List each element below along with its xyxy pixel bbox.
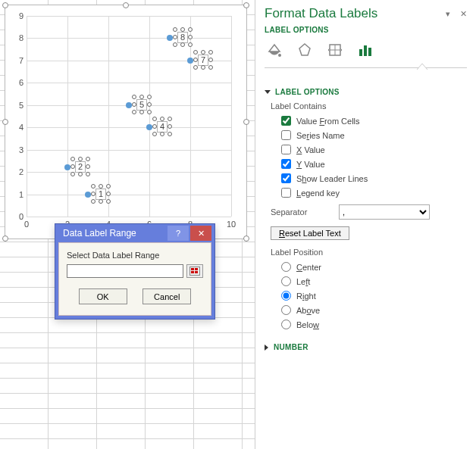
label-contains-heading: Label Contains <box>271 101 467 111</box>
active-tab-indicator-icon <box>417 64 427 70</box>
pane-menu-button[interactable]: ▾ <box>443 8 453 19</box>
y-tick-label: 0 <box>10 212 23 221</box>
resize-handle[interactable] <box>2 119 8 125</box>
dialog-prompt: Select Data Label Range <box>67 251 203 260</box>
separator-select[interactable]: , <box>339 204 430 220</box>
radio-center[interactable]: Center <box>271 260 467 274</box>
scatter-point[interactable] <box>187 58 193 64</box>
dialog-titlebar[interactable]: Data Label Range ? ✕ <box>55 224 215 242</box>
y-tick-label: 4 <box>10 123 23 132</box>
radio-below[interactable]: Below <box>271 317 467 332</box>
svg-rect-2 <box>195 268 198 270</box>
scatter-point[interactable] <box>167 35 173 41</box>
check-value-from-cells[interactable]: Value From Cells <box>271 114 467 128</box>
radio-right[interactable]: Right <box>271 288 467 303</box>
check-legend-key[interactable]: Legend key <box>271 186 467 200</box>
format-data-labels-pane: Format Data Labels ▾ ✕ LABEL OPTIONS LAB… <box>255 0 476 449</box>
svg-marker-6 <box>299 44 310 55</box>
range-selector-button[interactable] <box>186 264 203 278</box>
resize-handle[interactable] <box>243 2 249 8</box>
section-heading: NUMBER <box>274 343 308 351</box>
check-leader-lines[interactable]: Show Leader Lines <box>271 171 467 186</box>
svg-rect-4 <box>195 271 198 273</box>
check-y-value[interactable]: Y Value <box>271 157 467 171</box>
separator-label: Separator <box>271 207 339 217</box>
scatter-point[interactable] <box>126 102 132 108</box>
y-tick-label: 3 <box>10 145 23 154</box>
pane-title: Format Data Labels <box>265 6 438 21</box>
y-tick-label: 1 <box>10 190 23 199</box>
ok-button[interactable]: OK <box>79 288 127 304</box>
radio-left[interactable]: Left <box>271 274 467 288</box>
svg-point-5 <box>278 54 281 57</box>
cancel-button[interactable]: Cancel <box>142 288 191 304</box>
section-label-options[interactable]: LABEL OPTIONS <box>265 86 467 98</box>
collapse-dialog-icon <box>189 267 200 276</box>
svg-rect-10 <box>359 49 362 56</box>
resize-handle[interactable] <box>243 119 249 125</box>
svg-rect-1 <box>191 268 194 270</box>
reset-label-text-button[interactable]: Reset Label Text <box>271 226 349 240</box>
pane-close-button[interactable]: ✕ <box>458 8 468 19</box>
svg-rect-11 <box>364 45 367 56</box>
resize-handle[interactable] <box>2 235 8 242</box>
check-x-value[interactable]: X Value <box>271 142 467 157</box>
svg-rect-3 <box>191 271 194 273</box>
section-heading: LABEL OPTIONS <box>275 88 340 96</box>
y-tick-label: 6 <box>10 78 23 87</box>
fill-line-icon[interactable] <box>265 40 284 60</box>
y-tick-label: 9 <box>10 11 23 20</box>
plot-area[interactable]: 01234567890246810215487 <box>27 16 231 217</box>
section-number[interactable]: NUMBER <box>265 341 467 354</box>
label-options-icon[interactable] <box>355 40 375 60</box>
dialog-help-button[interactable]: ? <box>168 226 189 241</box>
data-label-range-dialog: Data Label Range ? ✕ Select Data Label R… <box>55 223 215 320</box>
pane-tab-label-options[interactable]: LABEL OPTIONS <box>255 23 476 40</box>
check-series-name[interactable]: Series Name <box>271 128 467 142</box>
resize-handle[interactable] <box>123 2 129 8</box>
y-tick-label: 5 <box>10 101 23 110</box>
data-label-range-input[interactable] <box>67 264 183 278</box>
y-tick-label: 2 <box>10 167 23 176</box>
x-tick-label: 10 <box>227 220 236 229</box>
y-tick-label: 7 <box>10 56 23 65</box>
x-tick-label: 0 <box>24 220 29 229</box>
dialog-title: Data Label Range <box>63 228 136 239</box>
effects-icon[interactable] <box>295 40 315 60</box>
size-properties-icon[interactable] <box>325 40 345 60</box>
label-position-heading: Label Position <box>271 248 467 257</box>
radio-above[interactable]: Above <box>271 303 467 317</box>
scatter-point[interactable] <box>146 124 152 130</box>
svg-rect-12 <box>368 48 371 56</box>
scatter-point[interactable] <box>85 192 91 198</box>
dialog-body: Select Data Label Range OK Cancel <box>58 242 211 316</box>
chart-object[interactable]: 01234567890246810215487 <box>5 5 247 239</box>
resize-handle[interactable] <box>243 235 249 242</box>
dialog-close-button[interactable]: ✕ <box>190 226 211 241</box>
y-tick-label: 8 <box>10 33 23 42</box>
scatter-point[interactable] <box>64 164 70 170</box>
resize-handle[interactable] <box>2 2 8 8</box>
